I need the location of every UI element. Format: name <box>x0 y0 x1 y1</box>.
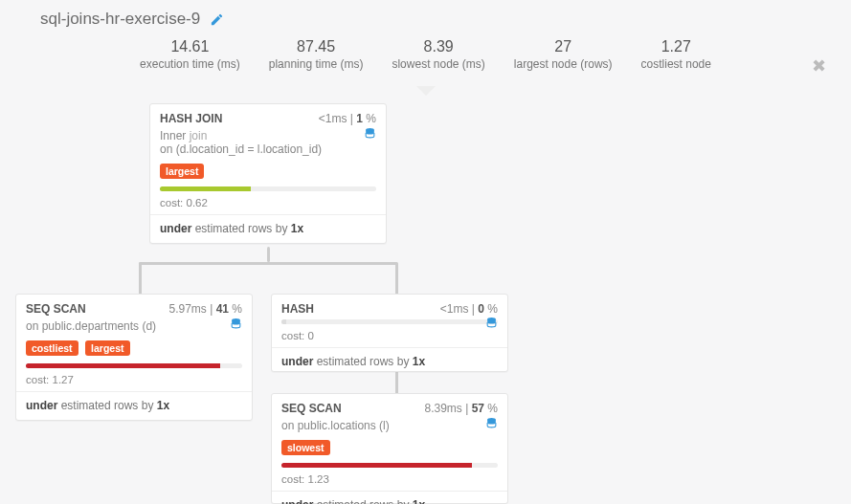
metric-value: 14.61 <box>140 38 240 55</box>
node-estimate: under estimated rows by 1x <box>150 215 386 243</box>
node-subtitle: on public.locations (l) <box>281 419 390 432</box>
node-cost: cost: 0.62 <box>150 193 386 215</box>
database-icon <box>485 316 498 333</box>
metric-label: largest node (rows) <box>514 57 613 71</box>
metrics-bar: 14.61execution time (ms) 87.45planning t… <box>0 33 851 80</box>
connector <box>267 247 270 262</box>
node-condition: on (d.location_id = l.location_id) <box>160 142 322 156</box>
pencil-icon[interactable] <box>210 12 224 27</box>
page-title: sql-joins-hr-exercise-9 <box>40 10 200 29</box>
badge-costliest: costliest <box>26 340 78 356</box>
metric-value: 27 <box>514 38 613 55</box>
connector <box>139 262 397 265</box>
database-icon <box>485 417 498 432</box>
pointer-icon <box>416 86 436 96</box>
database-icon <box>364 127 376 142</box>
metric-value: 8.39 <box>392 38 484 55</box>
node-cost: cost: 1.23 <box>272 470 507 492</box>
node-stat: <1ms | 0 % <box>440 302 498 316</box>
progress-bar <box>281 463 472 468</box>
metric-value: 1.27 <box>641 38 711 55</box>
metric-label: costliest node <box>641 57 711 71</box>
node-estimate: under estimated rows by 1x <box>272 348 507 376</box>
metric-label: slowest node (ms) <box>392 57 484 71</box>
node-subtitle: on public.departments (d) <box>26 319 156 333</box>
node-title: HASH JOIN <box>160 112 222 125</box>
node-seq-scan-departments[interactable]: SEQ SCAN 5.97ms | 41 % on public.departm… <box>15 294 253 421</box>
node-title: HASH <box>281 302 314 316</box>
metric-value: 87.45 <box>269 38 364 55</box>
node-hash-join[interactable]: HASH JOIN <1ms | 1 % Inner join on (d.lo… <box>149 103 387 244</box>
badge-largest: largest <box>85 340 129 356</box>
node-subtitle: Inner join <box>160 129 207 142</box>
node-cost: cost: 0 <box>272 326 507 348</box>
badge-largest: largest <box>160 164 204 179</box>
connector <box>139 262 142 296</box>
progress-bar <box>281 319 286 324</box>
database-icon <box>230 318 242 333</box>
node-stat: 5.97ms | 41 % <box>168 302 242 316</box>
metric-label: planning time (ms) <box>269 57 364 71</box>
progress-bar <box>160 186 251 191</box>
node-seq-scan-locations[interactable]: SEQ SCAN 8.39ms | 57 % on public.locatio… <box>271 393 508 504</box>
node-title: SEQ SCAN <box>281 402 342 415</box>
node-cost: cost: 1.27 <box>16 370 252 392</box>
node-title: SEQ SCAN <box>26 302 86 316</box>
node-stat: <1ms | 1 % <box>319 112 376 125</box>
connector <box>395 262 398 296</box>
node-hash[interactable]: HASH <1ms | 0 % cost: 0 under estimated … <box>271 294 508 372</box>
node-stat: 8.39ms | 57 % <box>424 402 498 415</box>
close-icon[interactable]: ✖ <box>812 55 826 77</box>
node-estimate: under estimated rows by 1x <box>16 392 252 420</box>
progress-bar <box>26 363 220 368</box>
node-estimate: under estimated rows by 1x <box>272 492 507 504</box>
metric-label: execution time (ms) <box>140 57 240 71</box>
badge-slowest: slowest <box>281 440 330 455</box>
